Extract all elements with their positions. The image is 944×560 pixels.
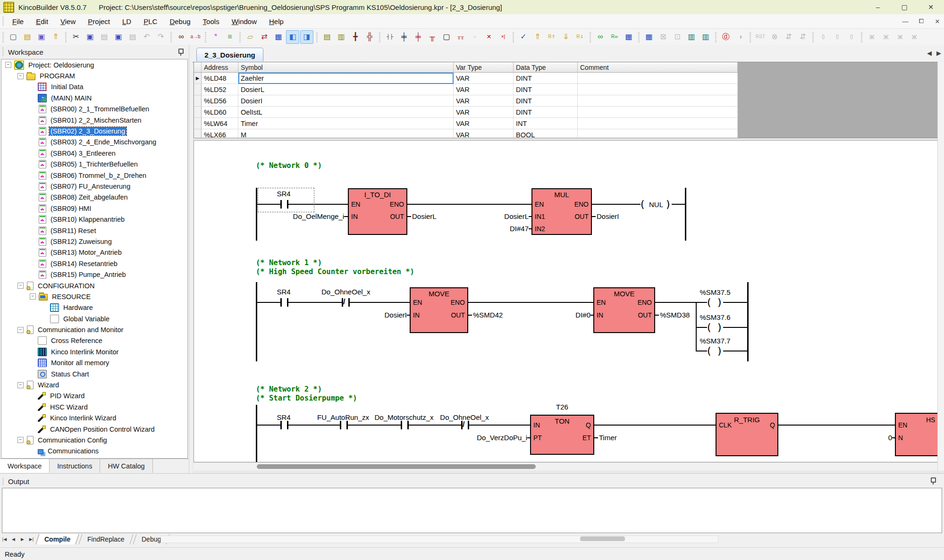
cell-comment[interactable] — [578, 84, 738, 95]
operand[interactable]: DosierI — [597, 212, 619, 220]
cell-symbol[interactable]: Zaehler — [238, 73, 454, 84]
memory-monitor-icon[interactable]: ▦ — [622, 30, 635, 44]
tree-item-cross-reference[interactable]: Cross Reference — [1, 335, 187, 346]
cell-comment[interactable] — [578, 73, 738, 84]
row-selector[interactable]: ▶ — [194, 73, 202, 84]
output-tab-first-icon[interactable]: |◀ — [0, 535, 8, 543]
contact[interactable] — [287, 200, 288, 209]
upload-all-icon[interactable]: R⇑ — [545, 30, 558, 44]
find-icon[interactable]: ∞ — [175, 30, 188, 44]
tree-item-sbr07-fu-ansteuerung[interactable]: (SBR07) FU_Ansteuerung — [1, 181, 187, 192]
compile-check-icon[interactable]: ✓ — [517, 30, 530, 44]
operand[interactable]: DI#0 — [520, 311, 590, 319]
interlink-monitor-1-icon[interactable]: ▥ — [685, 30, 698, 44]
stop-plc-icon[interactable]: ⊗ — [768, 30, 781, 44]
output-tab-compile[interactable]: Compile — [35, 534, 79, 544]
download-project-icon[interactable]: ⇓ — [559, 30, 573, 44]
cell-address[interactable]: %LD60 — [202, 107, 238, 118]
cell-symbol[interactable]: Timer — [238, 118, 454, 129]
tree-expander-icon[interactable]: − — [30, 293, 36, 300]
row-selector[interactable] — [194, 107, 202, 118]
contact-label[interactable]: SR4 — [267, 413, 300, 421]
tree-item-communications[interactable]: Communications — [1, 446, 187, 457]
cell-data-type[interactable]: INT — [514, 118, 578, 129]
tree-item-global-variable[interactable]: Global Variable — [1, 313, 187, 324]
row-selector[interactable] — [194, 118, 202, 129]
function-block-hsc[interactable]: HS EN N — [895, 413, 938, 456]
function-block-move-1[interactable]: MOVE EN ENO IN OUT — [410, 287, 468, 333]
redo-icon[interactable]: ↷ — [154, 30, 168, 44]
mdi-close-button[interactable]: ✕ — [934, 18, 941, 25]
function-block-i-to-di[interactable]: I_TO_DI EN ENO IN OUT — [348, 188, 407, 235]
operand[interactable]: DosierL — [458, 212, 529, 220]
operand[interactable]: 0 — [878, 434, 892, 442]
tree-item-configuration[interactable]: −CONFIGURATION — [1, 280, 187, 291]
operand[interactable]: DosierI — [336, 311, 407, 319]
insert-function-block-icon[interactable]: ▢ — [440, 30, 453, 44]
new-pou-icon[interactable]: * — [209, 30, 222, 44]
open-file-icon[interactable]: ▤ — [21, 30, 34, 44]
import-pou-icon[interactable]: ▥ — [335, 30, 348, 44]
tree-item-main-main[interactable]: ◔(MAIN) MAIN — [1, 92, 187, 103]
menu-ld[interactable]: LD — [116, 14, 137, 28]
tree-item-project-oeldosierung[interactable]: −Project: Oeldosierung — [1, 59, 187, 70]
document-tab[interactable]: 2_3_Dosierung — [196, 48, 263, 61]
contact-label[interactable]: SR4 — [267, 288, 300, 296]
operand[interactable]: %SMD42 — [473, 311, 503, 319]
output-scrollbar[interactable] — [160, 535, 718, 543]
workspace-tab-hw-catalog[interactable]: HW Catalog — [100, 459, 152, 473]
row-selector[interactable] — [194, 95, 202, 107]
tree-item-sbr14-resetantrieb[interactable]: (SBR14) Resetantrieb — [1, 258, 187, 269]
output-tab-findreplace[interactable]: FindReplace — [79, 534, 134, 544]
status-table-icon[interactable]: ▦ — [642, 30, 656, 44]
cell-address[interactable]: %LD56 — [202, 95, 238, 107]
tree-item-hsc-wizard[interactable]: HSC Wizard — [1, 401, 187, 412]
replace-icon[interactable]: a→b — [189, 30, 202, 44]
contact[interactable] — [280, 200, 282, 209]
maximize-button[interactable]: ▢ — [891, 0, 918, 14]
column-header-address[interactable]: Address — [202, 62, 238, 73]
menu-debug[interactable]: Debug — [163, 14, 196, 28]
brace-tool-3-icon[interactable]: {} — [845, 30, 858, 44]
cell-data-type[interactable]: DINT — [514, 73, 578, 84]
output-tab-prev-icon[interactable]: ◀ — [9, 535, 17, 543]
tree-item-wizard[interactable]: −Wizard — [1, 379, 187, 390]
workspace-tab-instructions[interactable]: Instructions — [50, 459, 100, 473]
cell-address[interactable]: %LD48 — [202, 73, 238, 84]
tree-item-sbr09-hmi[interactable]: (SBR09) HMI — [1, 203, 187, 214]
cell-address[interactable]: %LW64 — [202, 118, 238, 129]
tree-item-communication-and-monitor[interactable]: −Communication and Monitor — [1, 324, 187, 335]
contact[interactable] — [280, 421, 282, 429]
output-tab-last-icon[interactable]: ▶| — [27, 535, 35, 543]
scrollbar-thumb[interactable] — [257, 464, 536, 469]
column-header-comment[interactable]: Comment — [578, 62, 738, 73]
minimize-button[interactable]: – — [865, 0, 891, 14]
cell-comment[interactable] — [578, 129, 738, 138]
coil-label[interactable]: %SM37.5 — [689, 288, 741, 296]
tree-item-status-chart[interactable]: Status Chart — [1, 368, 187, 379]
menu-window[interactable]: Window — [226, 14, 263, 28]
toggle-workspace-window-icon[interactable]: ◧ — [286, 30, 299, 44]
new-file-icon[interactable]: ▢ — [7, 30, 20, 44]
insert-network-icon[interactable]: ┤├ — [383, 30, 396, 44]
tree-item-sbr15-pumpe-antrieb[interactable]: (SBR15) Pumpe_Antrieb — [1, 269, 187, 280]
find-element-icon[interactable]: ⓓ — [719, 30, 733, 44]
tree-item-canopen-position-control-wizard[interactable]: CANOpen Position Control Wizard — [1, 424, 187, 435]
undo-icon[interactable]: ↶ — [140, 30, 153, 44]
delete-column-icon[interactable]: ×| — [497, 30, 510, 44]
function-block-move-2[interactable]: MOVE EN ENO IN OUT — [593, 287, 655, 333]
ladder-editor[interactable]: (* Network 0 *) SR4 I_TO_DI EN ENO IN OU… — [194, 140, 938, 462]
paste-object-icon[interactable]: ▤ — [126, 30, 139, 44]
tree-item-program[interactable]: −PROGRAM — [1, 70, 187, 81]
cell-comment[interactable] — [578, 95, 738, 107]
paste-icon[interactable]: ▤ — [98, 30, 111, 44]
close-button[interactable]: ✕ — [918, 0, 944, 14]
network1-comment[interactable]: (* Network 1 *) — [256, 259, 322, 267]
contact-label[interactable]: Do_Motorschutz_x — [373, 413, 435, 421]
brace-tool-1-icon[interactable]: {} — [817, 30, 830, 44]
contact[interactable] — [340, 421, 341, 429]
insert-parallel-contact-icon[interactable]: ╪ — [412, 30, 425, 44]
unlock-plc-icon[interactable]: ⊡ — [671, 30, 684, 44]
local-variables-icon[interactable]: ≡ — [223, 30, 236, 44]
network1-comment2[interactable]: (* High Speed Counter vorbereiten *) — [256, 267, 414, 276]
